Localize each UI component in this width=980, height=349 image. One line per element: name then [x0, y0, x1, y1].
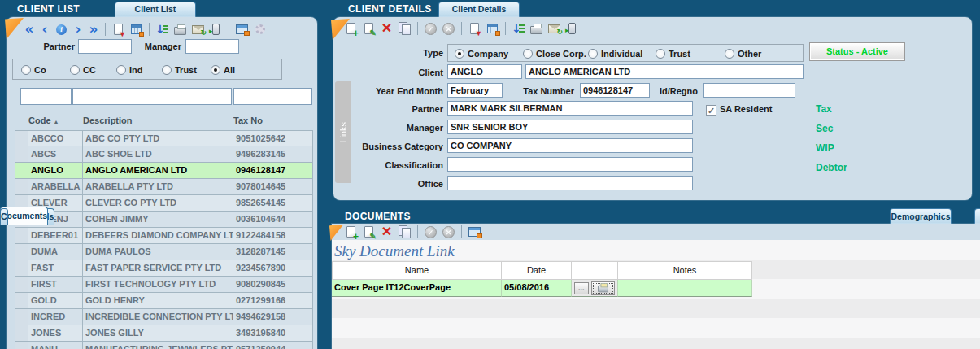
column-header-code[interactable]: Code ▲: [28, 112, 83, 130]
type-radio-trust[interactable]: Trust: [656, 48, 690, 59]
tab-client-details[interactable]: Client Details: [438, 2, 520, 17]
partner-filter-input[interactable]: [78, 39, 132, 54]
column-header-date[interactable]: Date: [502, 261, 572, 280]
table-row[interactable]: DEBEER01DEBEERS DIAMOND COMPANY LTD91224…: [15, 228, 313, 244]
print-button[interactable]: [172, 22, 188, 37]
document-notes-cell[interactable]: [618, 280, 752, 297]
sa-resident-checkbox[interactable]: ✓SA Resident: [706, 103, 772, 116]
office-input[interactable]: [447, 176, 693, 190]
table-row[interactable]: DUMADUMA PAULOS3128287145: [15, 244, 313, 260]
last-record-button[interactable]: [87, 22, 100, 37]
row-selector[interactable]: [15, 293, 28, 309]
column-header-taxno[interactable]: Tax No: [233, 112, 313, 130]
row-selector[interactable]: [15, 228, 28, 244]
row-selector[interactable]: [15, 244, 28, 260]
client-name-input[interactable]: [525, 64, 804, 79]
type-radio-individual[interactable]: Individual: [588, 48, 642, 59]
delete-button[interactable]: ✕: [379, 21, 394, 37]
type-radio-company[interactable]: Company: [455, 48, 508, 59]
tab-client-list[interactable]: Client List: [115, 2, 196, 17]
copy-button[interactable]: [397, 21, 412, 37]
sort-button[interactable]: [511, 21, 526, 37]
status-active-button[interactable]: Status - Active: [809, 42, 905, 61]
table-row[interactable]: ABCSABC SHOE LTD9496283145: [15, 146, 313, 163]
manager-input[interactable]: [447, 120, 693, 134]
email-button[interactable]: ↻: [190, 22, 206, 37]
new-button[interactable]: +: [343, 21, 359, 37]
document-row[interactable]: Cover Page IT12CoverPage 05/08/2016 ...: [332, 280, 752, 297]
copy-button[interactable]: [397, 225, 412, 240]
table-row[interactable]: INCREDINCREDIBLE CONNECTION PTY LTD94946…: [15, 309, 313, 325]
tab-clipped[interactable]: C: [0, 208, 8, 225]
id-regno-input[interactable]: [703, 83, 795, 98]
form-view-button[interactable]: [467, 225, 482, 240]
code-search-input[interactable]: [20, 88, 72, 105]
business-category-input[interactable]: [447, 138, 693, 153]
delete-button[interactable]: ✕: [379, 225, 394, 240]
grid-edit-button[interactable]: [485, 21, 500, 37]
partner-input[interactable]: [447, 101, 693, 116]
print-button[interactable]: [529, 21, 544, 37]
filter-radio-ind[interactable]: Ind: [116, 64, 143, 76]
export-button[interactable]: ▸: [564, 21, 580, 37]
tab-demographics[interactable]: Demographics: [890, 208, 952, 225]
filter-radio-all[interactable]: All: [211, 64, 235, 76]
document-date-cell[interactable]: 05/08/2016: [502, 280, 572, 297]
row-selector[interactable]: [15, 260, 28, 277]
row-selector[interactable]: [15, 325, 28, 342]
taxno-search-input[interactable]: [233, 88, 312, 105]
browse-button[interactable]: ...: [574, 282, 589, 294]
report-button[interactable]: ▼: [111, 22, 126, 37]
table-row[interactable]: JONESJONES GILLY3493195840: [15, 325, 313, 342]
document-name-cell[interactable]: Cover Page IT12CoverPage: [332, 280, 502, 297]
row-selector[interactable]: [15, 277, 28, 293]
tab-user-fields[interactable]: User Fields: [974, 208, 980, 225]
year-end-month-input[interactable]: [447, 83, 503, 98]
filter-radio-cc[interactable]: CC: [70, 64, 96, 76]
edit-button[interactable]: ✎: [361, 225, 377, 240]
type-radio-other[interactable]: Other: [725, 48, 761, 59]
open-document-button[interactable]: [591, 281, 615, 295]
description-search-input[interactable]: [72, 88, 232, 105]
column-header-name[interactable]: Name: [332, 261, 502, 280]
filter-radio-co[interactable]: Co: [21, 64, 46, 76]
table-row[interactable]: ABCCOABC CO PTY LTD9051025642: [15, 130, 313, 146]
grid-edit-button[interactable]: [128, 22, 144, 37]
row-selector[interactable]: [15, 163, 28, 179]
new-button[interactable]: +: [343, 225, 359, 240]
table-row[interactable]: FASTFAST PAPER SERVICE PTY LTD9234567890: [15, 260, 313, 277]
row-selector[interactable]: [15, 130, 28, 146]
column-header-description[interactable]: Description: [83, 112, 233, 130]
table-row[interactable]: ANGLOANGLO AMERICAN LTD0946128147: [15, 163, 313, 179]
edit-button[interactable]: ✎: [361, 21, 377, 37]
first-record-button[interactable]: [23, 22, 36, 37]
quick-link-tax[interactable]: Tax: [816, 103, 832, 115]
quick-link-debtor[interactable]: Debtor: [816, 162, 847, 173]
manager-filter-input[interactable]: [185, 39, 239, 54]
table-row[interactable]: ARABELLAARABELLA PTY LTD9078014645: [15, 179, 313, 195]
table-row[interactable]: CLEVERCLEVER CO PTY LTD9852654145: [15, 195, 313, 212]
info-button[interactable]: [54, 22, 69, 37]
quick-link-wip[interactable]: WIP: [816, 142, 834, 154]
row-selector[interactable]: [15, 146, 28, 163]
row-selector[interactable]: [15, 179, 28, 195]
filter-radio-trust[interactable]: Trust: [162, 64, 197, 76]
column-header-notes[interactable]: Notes: [618, 261, 752, 280]
previous-record-button[interactable]: [38, 22, 51, 37]
email-button[interactable]: ↻: [547, 21, 562, 37]
classification-input[interactable]: [447, 157, 693, 172]
row-selector[interactable]: [15, 309, 28, 325]
table-row[interactable]: COHENJCOHEN JIMMY0036104644: [15, 212, 313, 228]
form-view-button[interactable]: [234, 22, 250, 37]
tax-number-input[interactable]: [580, 83, 650, 98]
type-radio-close-corp[interactable]: Close Corp.: [523, 48, 586, 59]
settings-button[interactable]: [252, 22, 268, 37]
report-button[interactable]: ▼: [467, 21, 482, 37]
export-button[interactable]: ▸: [208, 22, 224, 37]
client-code-input[interactable]: [447, 64, 522, 79]
quick-link-sec[interactable]: Sec: [816, 123, 833, 134]
table-row[interactable]: GOLDGOLD HENRY0271299166: [15, 293, 313, 309]
sort-button[interactable]: [155, 22, 170, 37]
next-record-button[interactable]: [72, 22, 85, 37]
table-row[interactable]: MANUMANUFACTURING JEWWLERS PTY0571250944: [15, 342, 313, 349]
